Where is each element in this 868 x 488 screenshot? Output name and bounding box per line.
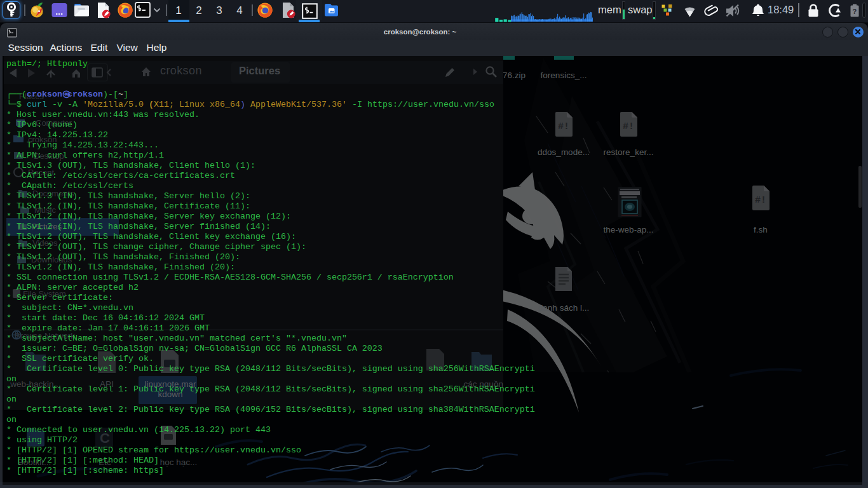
svg-text:?: ?: [853, 8, 857, 15]
